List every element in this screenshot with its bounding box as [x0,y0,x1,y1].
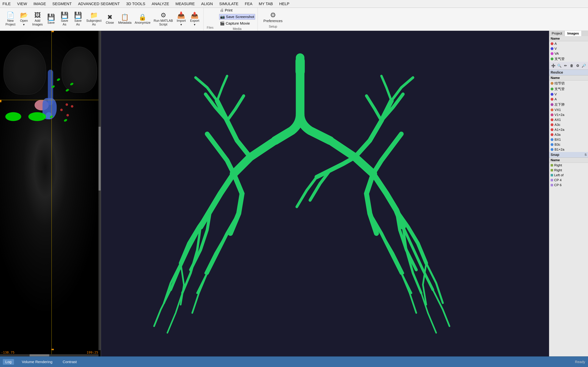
snap-title: Snap [551,153,559,157]
menu-file[interactable]: FILE [2,1,11,7]
snap-item-cp4[interactable]: CP 4 [549,178,588,183]
menu-help[interactable]: HELP [278,1,290,7]
subproject-button[interactable]: 📁 SubprojectAs [85,11,103,27]
export-button[interactable]: 📤 Export▾ [189,11,201,27]
left-resize-handle[interactable] [0,100,1,102]
open-button[interactable]: 📂 Open▾ [18,11,30,27]
reslice-color-b12a [551,148,553,151]
run-matlab-button[interactable]: ⚙ Run MATLABScript [153,11,174,27]
anonymize-button[interactable]: 🔒 Anonymize [134,13,151,25]
snap-name-cp4: CP 4 [554,178,562,182]
save-screenshot-button[interactable]: 📷 Save Screenshot [219,14,255,20]
status-tab-log[interactable]: Log [3,359,14,365]
image-item-a[interactable]: A [549,41,588,46]
menu-image[interactable]: IMAGE [33,1,47,7]
new-project-button[interactable]: 📄 NewProject [4,11,17,27]
reslice-name-a3a: A3a [554,133,561,137]
new-project-label: NewProject [6,19,15,26]
edit-image-button[interactable]: ✏ [563,63,568,68]
preferences-icon: ⚙ [270,11,276,19]
save-as-label: SaveAs [61,19,68,26]
close-label: Close [106,21,114,25]
reslice-item-a[interactable]: A [549,97,588,102]
snap-color-cp4 [551,179,553,181]
ct-hscroll[interactable] [0,354,98,356]
menu-3d-tools[interactable]: 3D TOOLS [125,1,146,7]
menu-view[interactable]: VIEW [16,1,28,7]
delete-image-button[interactable]: 🗑 [569,63,575,68]
ct-scan-view[interactable]: -138.75 199:25 [0,31,101,356]
print-icon: 🖨 [220,8,224,13]
reslice-color-v [551,93,553,96]
status-tab-volume[interactable]: Volume Rendering [19,359,55,365]
status-tab-contrast[interactable]: Contrast [60,359,79,365]
menu-simulate[interactable]: SIMULATE [218,1,239,7]
import-button[interactable]: 📥 Import▾ [175,11,187,27]
close-icon: ✖ [107,14,112,20]
screenshot-icon: 📷 [220,15,225,19]
reslice-item-zuoxiafei[interactable]: 左下肺 [549,102,588,108]
reslice-item-airway[interactable]: 支气管 [549,86,588,92]
red-mark-2 [71,105,73,108]
menu-fea[interactable]: FEA [244,1,253,7]
menu-my-tab[interactable]: MY TAB [258,1,274,7]
reslice-item-a12a[interactable]: A1+2a [549,127,588,132]
snap-item-right1[interactable]: Right [549,163,588,168]
save-screenshot-label: Save Screenshot [226,15,254,19]
ct-hscroll-thumb[interactable] [30,354,49,356]
search-image-button[interactable]: 🔍 [557,63,562,68]
menu-analyze[interactable]: ANALYZE [151,1,170,7]
ct-vscroll[interactable] [98,31,101,350]
snap-name-cp6: CP 6 [554,183,562,187]
top-resize-handle[interactable] [51,31,54,32]
green-oval-left [5,112,21,121]
snap-item-cp6[interactable]: CP 6 [549,183,588,188]
snap-options[interactable]: S [585,153,587,157]
add-image-button[interactable]: ➕ [551,63,556,68]
save-as2-button[interactable]: 💾 SaveAs [72,11,84,27]
zoom-image-button[interactable]: 🔎 [581,63,587,68]
snap-item-right2[interactable]: Right [549,168,588,173]
reslice-item-b12a[interactable]: B1+2a [549,147,588,152]
menu-measure[interactable]: MEASURE [175,1,196,7]
image-color-v [551,47,553,50]
reslice-color-a12a [551,128,553,131]
reslice-item-vx1[interactable]: VX1 [549,108,588,112]
bottom-resize-handle[interactable] [51,349,54,350]
ct-vscroll-thumb[interactable] [98,127,101,191]
tab-images[interactable]: Images [565,31,581,36]
reslice-item-bx1[interactable]: BX1 [549,137,588,142]
close-button[interactable]: ✖ Close [104,13,116,25]
add-images-button[interactable]: 🖼 AddImages [31,11,44,27]
ct-scan-panel[interactable]: -138.75 199:25 [0,31,101,356]
snap-item-leftof[interactable]: Left of [549,173,588,178]
reslice-item-v12a[interactable]: V1+2a [549,112,588,117]
3d-bronchial-tree-view[interactable] [101,31,549,356]
image-name-v: V [554,47,557,51]
menu-advanced-segment[interactable]: ADVANCED SEGMENT [77,1,121,7]
reslice-item-a3c[interactable]: A3c [549,122,588,127]
menu-align[interactable]: ALIGN [200,1,214,7]
image-item-va[interactable]: VA [549,51,588,56]
capture-movie-button[interactable]: 🎬 Capture Movie [219,21,255,26]
reslice-item-v[interactable]: V [549,92,588,97]
reslice-item-b3c[interactable]: B3c [549,142,588,147]
snap-header: Snap S [549,152,588,158]
reslice-color-airway [551,88,553,91]
image-name-a: A [554,42,557,46]
print-button[interactable]: 🖨 Print [219,8,255,13]
reslice-item-ax1[interactable]: AX1 [549,117,588,122]
save-as-button[interactable]: 💾 SaveAs [58,11,71,27]
3d-view-panel[interactable] [101,31,549,356]
status-ready: Ready [575,360,585,364]
settings-image-button[interactable]: ⚙ [575,63,580,68]
metadata-button[interactable]: 📋 Metadata [117,13,132,25]
menu-segment[interactable]: SEGMENT [52,1,72,7]
preferences-button[interactable]: ⚙ Preferences [261,10,285,24]
image-item-airway[interactable]: 支气管 [549,56,588,62]
image-item-v[interactable]: V [549,46,588,51]
tab-project[interactable]: Project [549,31,565,36]
reslice-item-jiejie[interactable]: 结节切 [549,81,588,86]
reslice-item-a3a[interactable]: A3a [549,132,588,137]
save-button[interactable]: 💾 Save [45,13,57,25]
